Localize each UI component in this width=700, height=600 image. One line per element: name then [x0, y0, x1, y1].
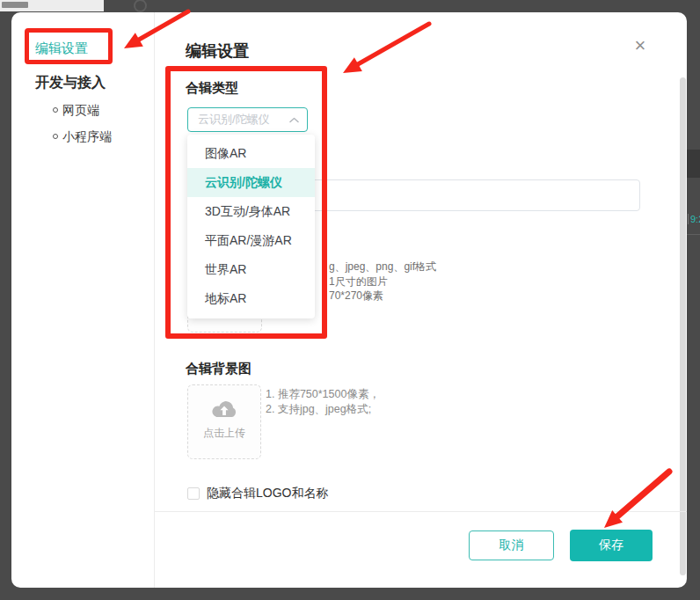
upload-text: 点击上传 [188, 426, 260, 441]
sidebar-item-miniprogram[interactable]: 小程序端 [62, 129, 112, 145]
hide-logo-label: 隐藏合辑LOGO和名称 [207, 486, 328, 501]
background-divider-fragment [687, 234, 700, 235]
background-searchbar-fragment [0, 0, 104, 11]
collection-type-select[interactable]: 云识别/陀螺仪 [187, 107, 308, 132]
save-button[interactable]: 保存 [570, 530, 653, 561]
dropdown-option-landmark-ar[interactable]: 地标AR [187, 284, 315, 313]
note-line: g、jpeg、png、gif格式 [329, 260, 436, 274]
note-line: 1. 推荐750*1500像素， [266, 387, 380, 402]
collection-type-dropdown: 图像AR 云识别/陀螺仪 3D互动/身体AR 平面AR/漫游AR 世界AR 地标… [187, 135, 315, 318]
cloud-upload-icon [188, 399, 260, 424]
bg-image-label: 合辑背景图 [186, 361, 252, 377]
collection-type-label: 合辑类型 [186, 80, 238, 97]
bullet-icon [53, 134, 58, 139]
sidebar-item-edit-settings[interactable]: 编辑设置 [35, 40, 88, 57]
cancel-button[interactable]: 取消 [469, 530, 554, 560]
dropdown-option-cloud-gyro[interactable]: 云识别/陀螺仪 [187, 168, 315, 197]
dropdown-option-3d-body-ar[interactable]: 3D互动/身体AR [187, 197, 315, 226]
note-line: 2. 支持jpg、jpeg格式; [266, 402, 380, 417]
close-icon[interactable]: × [630, 35, 651, 56]
bg-image-notes: 1. 推荐750*1500像素， 2. 支持jpg、jpeg格式; [266, 387, 380, 417]
sidebar-item-label: 小程序端 [62, 129, 112, 143]
footer-divider [155, 511, 687, 512]
screen: 9:2 × 编辑设置 开发与接入 网页端 小程序端 编辑设置 合辑类型 g、jp… [0, 0, 700, 600]
logo-upload-notes-partial: g、jpeg、png、gif格式 1尺寸的图片 70*270像素 [329, 260, 436, 304]
background-status-time: 9:2 [688, 214, 700, 224]
select-value: 云识别/陀螺仪 [188, 112, 289, 128]
sidebar-item-web[interactable]: 网页端 [62, 103, 99, 119]
hide-logo-checkbox[interactable] [187, 487, 200, 500]
note-line: 70*270像素 [329, 289, 436, 304]
sidebar-item-label: 网页端 [62, 103, 99, 117]
dropdown-option-world-ar[interactable]: 世界AR [187, 255, 315, 284]
note-line: 1尺寸的图片 [329, 274, 436, 289]
background-text-smudge [2, 2, 28, 8]
modal-title: 编辑设置 [186, 40, 249, 62]
modal-sidebar-divider [154, 12, 155, 588]
chevron-up-icon [289, 117, 299, 123]
bg-image-upload-box[interactable]: 点击上传 [187, 384, 261, 459]
search-icon [134, 0, 147, 12]
sidebar-heading-dev-access: 开发与接入 [35, 74, 106, 92]
dropdown-option-image-ar[interactable]: 图像AR [187, 139, 315, 168]
dropdown-option-plane-roam-ar[interactable]: 平面AR/漫游AR [187, 226, 315, 255]
background-phone-fragment [687, 150, 700, 178]
modal-scrollbar[interactable] [680, 77, 686, 575]
bullet-icon [53, 107, 58, 113]
